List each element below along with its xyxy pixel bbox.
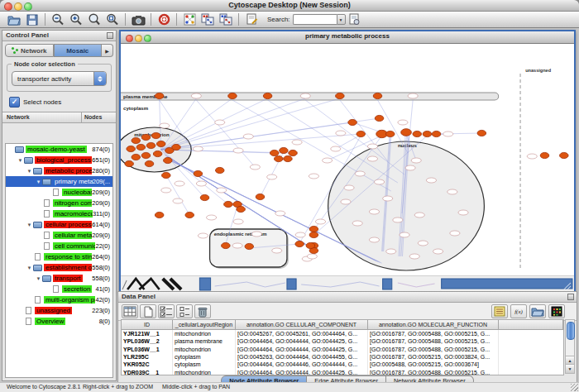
network-tree-row[interactable]: nitrogen compo209(0) bbox=[6, 198, 112, 208]
network-tree-row[interactable]: nucleobase-209(0) bbox=[6, 187, 112, 198]
expand-arrow-icon[interactable]: ▼ bbox=[17, 158, 24, 163]
expand-arrow-icon[interactable]: ▼ bbox=[26, 169, 33, 174]
graph-node[interactable] bbox=[289, 150, 298, 155]
graph-node-small[interactable] bbox=[405, 165, 415, 170]
graph-node[interactable] bbox=[194, 170, 203, 176]
network-tree-row[interactable]: macromolecule311(0) bbox=[6, 208, 112, 219]
graph-node[interactable] bbox=[263, 93, 272, 98]
graph-node-small[interactable] bbox=[447, 189, 457, 194]
graph-node-small[interactable] bbox=[398, 120, 408, 125]
graph-node-small[interactable] bbox=[275, 211, 285, 216]
network-tree-row[interactable]: ▼primary metabo209(... bbox=[6, 176, 112, 187]
save-session-icon[interactable] bbox=[24, 12, 41, 27]
graph-node-small[interactable] bbox=[272, 248, 282, 253]
graph-node-small[interactable] bbox=[232, 243, 242, 248]
graph-node-small[interactable] bbox=[418, 241, 428, 246]
network-tree-row[interactable]: cellular metabol209(0) bbox=[6, 230, 112, 241]
graph-node-small[interactable] bbox=[367, 156, 377, 161]
graph-node-small[interactable] bbox=[191, 93, 201, 98]
annotation-editor-icon[interactable] bbox=[243, 12, 260, 27]
graph-node-small[interactable] bbox=[215, 120, 225, 125]
search-options-icon[interactable] bbox=[347, 12, 363, 27]
graph-node[interactable] bbox=[127, 146, 136, 151]
expand-arrow-icon[interactable]: ▼ bbox=[35, 276, 42, 281]
graph-node-small[interactable] bbox=[173, 198, 183, 203]
zoom-in-icon[interactable] bbox=[68, 12, 84, 27]
graph-node-small[interactable] bbox=[300, 93, 310, 98]
graph-node[interactable] bbox=[141, 152, 151, 158]
new-attribute-icon[interactable] bbox=[140, 304, 156, 318]
select-nodes-checkbox[interactable]: ✓ bbox=[9, 97, 20, 108]
graph-node[interactable] bbox=[375, 115, 384, 121]
graph-node[interactable] bbox=[306, 242, 315, 248]
network-tree-row[interactable]: ▼biological_process651(0) bbox=[6, 155, 112, 165]
network-tree-row[interactable]: multi-organism pro42(0) bbox=[6, 294, 112, 305]
tab-mosaic[interactable]: Mosaic bbox=[54, 44, 103, 57]
graph-node-small[interactable] bbox=[383, 196, 393, 201]
graph-node-small[interactable] bbox=[196, 181, 206, 186]
copy-node-attributes-icon[interactable] bbox=[199, 12, 216, 27]
column-header-0[interactable]: ID bbox=[122, 320, 173, 329]
snapshot-camera-icon[interactable] bbox=[130, 12, 146, 27]
graph-node[interactable] bbox=[385, 131, 395, 136]
graph-node[interactable] bbox=[401, 129, 412, 136]
graph-node-small[interactable] bbox=[408, 93, 418, 98]
graph-node-small[interactable] bbox=[367, 144, 377, 149]
graph-node-small[interactable] bbox=[414, 213, 424, 218]
graph-node-small[interactable] bbox=[323, 158, 333, 163]
graph-node[interactable] bbox=[237, 206, 246, 212]
graph-node[interactable] bbox=[270, 150, 279, 155]
attribute-matrix-icon[interactable] bbox=[548, 304, 565, 318]
graph-node[interactable] bbox=[245, 243, 254, 249]
table-row[interactable]: YJR121W__1mitochondrion[GO:0045267, GO:0… bbox=[122, 330, 563, 337]
network-tree-row[interactable]: mosaic-demo-yeast874(0) bbox=[6, 144, 112, 155]
graph-node[interactable] bbox=[155, 212, 164, 218]
scrollbar-thumb[interactable] bbox=[567, 322, 575, 340]
graph-node[interactable] bbox=[146, 142, 156, 148]
graph-node-small[interactable] bbox=[243, 134, 253, 139]
column-header-1[interactable]: _cellularLayoutRegion bbox=[173, 320, 236, 329]
graph-node[interactable] bbox=[373, 93, 382, 98]
graph-node-small[interactable] bbox=[527, 154, 537, 159]
tree-column-network[interactable]: Network bbox=[2, 112, 81, 122]
graph-node[interactable] bbox=[141, 134, 151, 140]
node-color-select[interactable]: transporter activity bbox=[12, 71, 107, 86]
graph-node-small[interactable] bbox=[355, 171, 365, 176]
graph-node[interactable] bbox=[432, 131, 441, 136]
graph-node-small[interactable] bbox=[344, 185, 354, 190]
network-tree-row[interactable]: response to stimul264(0) bbox=[6, 251, 112, 262]
graph-node-small[interactable] bbox=[352, 221, 362, 226]
graph-node-small[interactable] bbox=[161, 188, 171, 193]
float-panel-icon[interactable] bbox=[107, 32, 113, 39]
graph-node[interactable] bbox=[172, 144, 181, 150]
graph-node[interactable] bbox=[284, 155, 293, 161]
graph-node[interactable] bbox=[477, 130, 486, 136]
delete-attribute-trash-icon[interactable] bbox=[194, 304, 211, 318]
graph-node[interactable] bbox=[348, 119, 357, 125]
graph-node-small[interactable] bbox=[315, 219, 325, 224]
graph-node-small[interactable] bbox=[369, 237, 379, 242]
graph-node[interactable] bbox=[336, 93, 345, 98]
table-row[interactable]: YLR295Ccytoplasm[GO:0045263, GO:0044464,… bbox=[122, 353, 563, 361]
network-tree-row[interactable]: ▼cellular process614(0) bbox=[6, 219, 112, 230]
network-tree-row[interactable]: cell communicat22(0) bbox=[6, 241, 112, 251]
network-tree-row[interactable]: ▼transport558(0) bbox=[6, 273, 112, 284]
create-network-view-icon[interactable] bbox=[181, 12, 198, 27]
network-tree-row[interactable]: unassigned223(0) bbox=[6, 305, 112, 316]
graph-node[interactable] bbox=[164, 157, 173, 163]
graph-node-small[interactable] bbox=[369, 209, 379, 214]
attribute-batch-editor-icon[interactable] bbox=[491, 304, 508, 318]
graph-node[interactable] bbox=[256, 194, 265, 199]
graph-node-small[interactable] bbox=[251, 232, 261, 237]
graph-node[interactable] bbox=[423, 131, 432, 136]
network-tree-row[interactable]: Overview8(0) bbox=[6, 316, 112, 327]
resize-grip[interactable] bbox=[571, 384, 578, 391]
graph-node[interactable] bbox=[136, 144, 146, 150]
graph-node[interactable] bbox=[145, 160, 154, 166]
graph-node[interactable] bbox=[156, 141, 165, 146]
graph-node[interactable] bbox=[295, 241, 304, 246]
copy-network-attributes-icon[interactable] bbox=[218, 12, 234, 27]
graph-node[interactable] bbox=[132, 137, 141, 143]
graph-node-small[interactable] bbox=[400, 232, 409, 237]
zoom-selected-icon[interactable] bbox=[86, 12, 103, 27]
